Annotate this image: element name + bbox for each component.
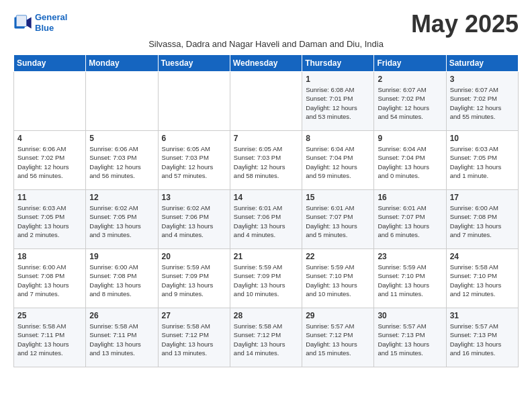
weekday-header-row: SundayMondayTuesdayWednesdayThursdayFrid…: [14, 55, 519, 72]
calendar-cell: [14, 72, 86, 131]
day-number: 6: [162, 134, 227, 143]
calendar-cell: 19Sunrise: 6:00 AM Sunset: 7:08 PM Dayli…: [86, 249, 158, 308]
day-info: Sunrise: 6:01 AM Sunset: 7:06 PM Dayligh…: [234, 203, 299, 239]
calendar-cell: 7Sunrise: 6:05 AM Sunset: 7:03 PM Daylig…: [230, 131, 302, 190]
subtitle: Silvassa, Dadra and Nagar Haveli and Dam…: [13, 39, 519, 49]
month-title: May 2025: [411, 12, 519, 36]
day-info: Sunrise: 6:03 AM Sunset: 7:05 PM Dayligh…: [450, 144, 515, 180]
calendar-cell: 6Sunrise: 6:05 AM Sunset: 7:03 PM Daylig…: [158, 131, 230, 190]
calendar-cell: 10Sunrise: 6:03 AM Sunset: 7:05 PM Dayli…: [446, 131, 518, 190]
day-info: Sunrise: 6:07 AM Sunset: 7:02 PM Dayligh…: [378, 85, 443, 121]
day-info: Sunrise: 6:07 AM Sunset: 7:02 PM Dayligh…: [450, 85, 515, 121]
weekday-header-wednesday: Wednesday: [230, 55, 302, 72]
calendar-cell: 27Sunrise: 5:58 AM Sunset: 7:12 PM Dayli…: [158, 308, 230, 367]
calendar-cell: 2Sunrise: 6:07 AM Sunset: 7:02 PM Daylig…: [374, 72, 446, 131]
calendar-cell: 1Sunrise: 6:08 AM Sunset: 7:01 PM Daylig…: [302, 72, 374, 131]
day-info: Sunrise: 6:02 AM Sunset: 7:05 PM Dayligh…: [89, 203, 154, 239]
calendar-cell: 12Sunrise: 6:02 AM Sunset: 7:05 PM Dayli…: [86, 190, 158, 249]
calendar-cell: 9Sunrise: 6:04 AM Sunset: 7:04 PM Daylig…: [374, 131, 446, 190]
calendar-cell: 8Sunrise: 6:04 AM Sunset: 7:04 PM Daylig…: [302, 131, 374, 190]
calendar-cell: 31Sunrise: 5:57 AM Sunset: 7:13 PM Dayli…: [446, 308, 518, 367]
day-info: Sunrise: 6:00 AM Sunset: 7:08 PM Dayligh…: [450, 203, 515, 239]
day-number: 27: [162, 311, 227, 320]
day-number: 31: [450, 311, 515, 320]
day-number: 9: [378, 134, 443, 143]
calendar-table: SundayMondayTuesdayWednesdayThursdayFrid…: [13, 54, 519, 367]
calendar-cell: 17Sunrise: 6:00 AM Sunset: 7:08 PM Dayli…: [446, 190, 518, 249]
calendar-cell: 15Sunrise: 6:01 AM Sunset: 7:07 PM Dayli…: [302, 190, 374, 249]
day-number: 29: [306, 311, 371, 320]
day-info: Sunrise: 6:08 AM Sunset: 7:01 PM Dayligh…: [306, 85, 371, 121]
day-info: Sunrise: 5:57 AM Sunset: 7:13 PM Dayligh…: [450, 322, 515, 357]
day-number: 7: [234, 134, 299, 143]
day-info: Sunrise: 5:58 AM Sunset: 7:12 PM Dayligh…: [234, 322, 299, 357]
day-number: 16: [378, 193, 443, 202]
day-info: Sunrise: 5:58 AM Sunset: 7:11 PM Dayligh…: [17, 322, 83, 357]
day-number: 19: [89, 252, 154, 261]
week-row-1: 1Sunrise: 6:08 AM Sunset: 7:01 PM Daylig…: [14, 72, 519, 131]
calendar-cell: 21Sunrise: 5:59 AM Sunset: 7:09 PM Dayli…: [230, 249, 302, 308]
calendar-cell: 4Sunrise: 6:06 AM Sunset: 7:02 PM Daylig…: [14, 131, 86, 190]
day-info: Sunrise: 5:59 AM Sunset: 7:10 PM Dayligh…: [306, 263, 371, 298]
day-number: 13: [162, 193, 227, 202]
calendar-cell: 20Sunrise: 5:59 AM Sunset: 7:09 PM Dayli…: [158, 249, 230, 308]
day-number: 23: [378, 252, 443, 261]
day-info: Sunrise: 6:04 AM Sunset: 7:04 PM Dayligh…: [378, 144, 443, 180]
day-number: 11: [17, 193, 83, 202]
weekday-header-sunday: Sunday: [14, 55, 86, 72]
calendar-cell: 24Sunrise: 5:58 AM Sunset: 7:10 PM Dayli…: [446, 249, 518, 308]
day-number: 1: [306, 75, 371, 84]
day-number: 22: [306, 252, 371, 261]
week-row-4: 18Sunrise: 6:00 AM Sunset: 7:08 PM Dayli…: [14, 249, 519, 308]
day-info: Sunrise: 6:00 AM Sunset: 7:08 PM Dayligh…: [17, 263, 83, 298]
weekday-header-friday: Friday: [374, 55, 446, 72]
day-info: Sunrise: 6:06 AM Sunset: 7:03 PM Dayligh…: [89, 144, 154, 180]
weekday-header-monday: Monday: [86, 55, 158, 72]
day-number: 3: [450, 75, 515, 84]
day-info: Sunrise: 5:58 AM Sunset: 7:10 PM Dayligh…: [450, 263, 515, 298]
calendar-cell: 5Sunrise: 6:06 AM Sunset: 7:03 PM Daylig…: [86, 131, 158, 190]
day-number: 8: [306, 134, 371, 143]
day-number: 24: [450, 252, 515, 261]
day-info: Sunrise: 5:57 AM Sunset: 7:13 PM Dayligh…: [378, 322, 443, 357]
day-info: Sunrise: 5:59 AM Sunset: 7:09 PM Dayligh…: [234, 263, 299, 298]
week-row-2: 4Sunrise: 6:06 AM Sunset: 7:02 PM Daylig…: [14, 131, 519, 190]
svg-marker-2: [27, 17, 32, 28]
calendar-cell: 30Sunrise: 5:57 AM Sunset: 7:13 PM Dayli…: [374, 308, 446, 367]
calendar-cell: [158, 72, 230, 131]
day-number: 30: [378, 311, 443, 320]
calendar-cell: 28Sunrise: 5:58 AM Sunset: 7:12 PM Dayli…: [230, 308, 302, 367]
calendar-cell: 25Sunrise: 5:58 AM Sunset: 7:11 PM Dayli…: [14, 308, 86, 367]
day-number: 10: [450, 134, 515, 143]
calendar-cell: 29Sunrise: 5:57 AM Sunset: 7:12 PM Dayli…: [302, 308, 374, 367]
day-info: Sunrise: 6:00 AM Sunset: 7:08 PM Dayligh…: [89, 263, 154, 298]
header: General Blue May 2025: [13, 12, 519, 36]
day-info: Sunrise: 6:02 AM Sunset: 7:06 PM Dayligh…: [162, 203, 227, 239]
day-number: 20: [162, 252, 227, 261]
day-number: 26: [89, 311, 154, 320]
day-info: Sunrise: 5:58 AM Sunset: 7:12 PM Dayligh…: [162, 322, 227, 357]
day-info: Sunrise: 5:59 AM Sunset: 7:10 PM Dayligh…: [378, 263, 443, 298]
day-number: 14: [234, 193, 299, 202]
day-info: Sunrise: 6:04 AM Sunset: 7:04 PM Dayligh…: [306, 144, 371, 180]
day-number: 18: [17, 252, 83, 261]
day-number: 5: [89, 134, 154, 143]
day-number: 28: [234, 311, 299, 320]
day-number: 25: [17, 311, 83, 320]
calendar-cell: 23Sunrise: 5:59 AM Sunset: 7:10 PM Dayli…: [374, 249, 446, 308]
day-info: Sunrise: 6:05 AM Sunset: 7:03 PM Dayligh…: [162, 144, 227, 180]
svg-rect-1: [16, 15, 26, 26]
day-info: Sunrise: 6:06 AM Sunset: 7:02 PM Dayligh…: [17, 144, 83, 180]
calendar-cell: 18Sunrise: 6:00 AM Sunset: 7:08 PM Dayli…: [14, 249, 86, 308]
day-info: Sunrise: 5:57 AM Sunset: 7:12 PM Dayligh…: [306, 322, 371, 357]
day-info: Sunrise: 6:03 AM Sunset: 7:05 PM Dayligh…: [17, 203, 83, 239]
calendar-cell: 26Sunrise: 5:58 AM Sunset: 7:11 PM Dayli…: [86, 308, 158, 367]
day-number: 17: [450, 193, 515, 202]
calendar-cell: [230, 72, 302, 131]
calendar-cell: 16Sunrise: 6:01 AM Sunset: 7:07 PM Dayli…: [374, 190, 446, 249]
day-info: Sunrise: 6:05 AM Sunset: 7:03 PM Dayligh…: [234, 144, 299, 180]
weekday-header-saturday: Saturday: [446, 55, 518, 72]
logo: General Blue: [13, 12, 67, 33]
day-number: 15: [306, 193, 371, 202]
day-info: Sunrise: 6:01 AM Sunset: 7:07 PM Dayligh…: [378, 203, 443, 239]
